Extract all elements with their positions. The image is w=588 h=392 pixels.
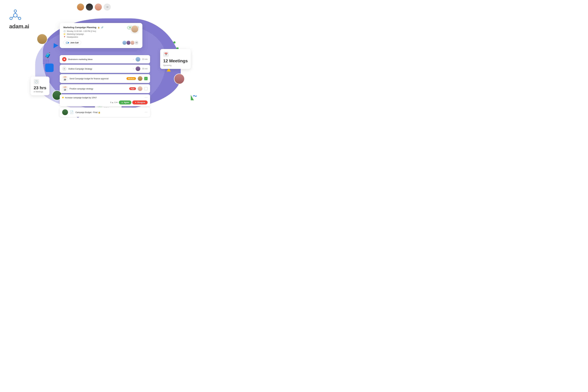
meeting-project: Marketing Campaign [67,33,84,35]
svg-rect-8 [64,59,65,60]
agenda-list: Brainstorm marketing ideas › 22 min Outl… [60,55,150,118]
task-item-2[interactable]: Apr 13 Finalize campaign strategy High [60,84,150,93]
agenda-title-2: Outline Campaign Strategy [68,68,132,70]
task-month-2: Apr [62,86,68,88]
chevron-icon-2: › [133,68,134,70]
doc-title: Campaign Budget - Final 🔒 [76,111,143,114]
meeting-time: Monday 11:00 AM - 1:00 PM (2 hrs) [67,30,96,32]
poll-item: Increase campaign budget by 15%? ··· 9 ▲… [60,94,150,106]
doc-lock-icon: 🔒 [98,111,100,114]
hours-label: in Meetings [34,91,46,93]
avatar-3 [94,3,102,11]
task-day-2: 13 [62,88,68,91]
task-title-1: Send Campaign budget for finance approva… [70,78,125,80]
avatar-more-top: +4 [103,3,111,11]
stop-icon [64,58,65,60]
vote-down-count: 6 ▼ [114,101,118,104]
agree-label: Agree [124,101,129,104]
attendees-more: +4 [134,40,139,45]
chevron-icon-1: › [133,58,134,60]
svg-point-1 [10,17,12,20]
svg-point-0 [14,14,17,17]
zigzag-decoration: 〜 [193,94,197,99]
meetings-label: Upcoming [163,64,172,66]
pdf-icon: 📄 [70,110,74,114]
join-call-button[interactable]: Join Call [64,40,81,45]
play-icon [64,68,65,70]
checkbox-empty-2[interactable] [144,87,148,90]
avatar-1 [76,3,84,11]
dots-grid-decoration [43,60,49,64]
meeting-location: Headquarters [67,36,78,38]
task-month-1: Apr [62,76,68,78]
poll-question: Increase campaign budget by 15%? [65,96,144,99]
task-item-1[interactable]: Apr 20 Send Campaign budget for finance … [60,74,150,83]
svg-point-3 [14,10,16,12]
date-badge-2: Apr 13 [62,86,68,91]
doc-uploader-avatar [62,109,68,115]
float-avatar-right [174,74,185,84]
poll-header: Increase campaign budget by 15%? ··· [62,96,148,99]
avatar-2 [86,3,94,11]
meetings-number: 12 Meetings [163,58,188,64]
task-title-2: Finalize campaign strategy [70,88,128,90]
hours-number: 23 hrs [34,86,46,90]
lock-icon: 🔒 [98,26,100,28]
attendees-row: +4 [122,40,139,45]
top-avatars-group: +4 [76,3,111,11]
svg-line-6 [17,16,19,18]
agenda-avatar-1 [136,57,140,62]
hours-stat-card: 🕐 23 hrs in Meetings [31,76,50,95]
video-icon [66,42,69,44]
task-avatar-2 [138,86,142,91]
svg-line-5 [12,16,14,18]
meeting-title: Marketing Campaign Planning [64,26,96,29]
location-icon: 📍 [64,36,66,38]
agenda-time-2: 30 min [142,68,148,70]
briefcase-icon: 🧳 [44,52,51,58]
rect-blue-decoration [45,64,54,72]
link-icon: 🔗 [101,26,103,28]
task-day-1: 20 [62,78,68,81]
doc-three-dots[interactable]: ··· [145,111,148,114]
document-item[interactable]: 📄 Campaign Budget - Final 🔒 ··· [60,108,150,117]
priority-badge-high: High [129,87,136,90]
poll-dot-icon [62,97,64,98]
avatar-right [174,74,185,84]
clock-icon: 🕐 [64,30,66,32]
meetings-stat-card: 📅 12 Meetings Upcoming [160,49,191,69]
dot-green-decoration [173,41,176,44]
project-info-row: 📁 Marketing Campaign [64,33,103,35]
disagree-label: Disagree [137,101,145,104]
priority-badge-medium: Medium [126,77,136,80]
task-avatar-1 [138,76,142,81]
meeting-actions: Join Call +4 [64,40,139,45]
avatar-left [37,34,48,44]
project-icon: 📁 [64,33,66,35]
agenda-pending-icon [62,66,66,71]
svg-point-2 [18,17,21,20]
logo-text: adam.ai [9,23,29,30]
disagree-button[interactable]: ▼ Disagree [132,100,148,104]
meeting-header: Marketing Campaign Planning 🔒 🔗 🕐 Monday… [64,26,139,38]
agenda-title-1: Brainstorm marketing ideas [68,58,132,60]
location-info-row: 📍 Headquarters [64,36,103,38]
logo-svg [9,9,22,22]
float-avatar-left [37,34,48,44]
svg-rect-7 [66,42,68,44]
agenda-time-1: 22 min [142,58,148,60]
join-call-label: Join Call [70,42,78,44]
vote-up-count: 9 ▲ [110,101,114,104]
meetings-icon: 📅 [163,52,169,57]
poll-three-dots[interactable]: ··· [145,96,148,99]
agenda-item-2[interactable]: Outline Campaign Strategy › 30 min [60,64,150,73]
checkbox-checked-1[interactable]: ✓ [144,77,148,80]
meeting-host-avatar [131,25,139,33]
agree-button[interactable]: ▲ Agree [119,100,132,104]
hours-icon: 🕐 [34,79,39,84]
date-badge-1: Apr 20 [62,76,68,81]
meeting-card: Marketing Campaign Planning 🔒 🔗 🕐 Monday… [60,23,142,48]
meeting-info: 🕐 Monday 11:00 AM - 1:00 PM (2 hrs) 📁 Ma… [64,30,103,38]
agenda-item-1[interactable]: Brainstorm marketing ideas › 22 min [60,55,150,64]
meeting-title-row: Marketing Campaign Planning 🔒 🔗 [64,26,103,29]
